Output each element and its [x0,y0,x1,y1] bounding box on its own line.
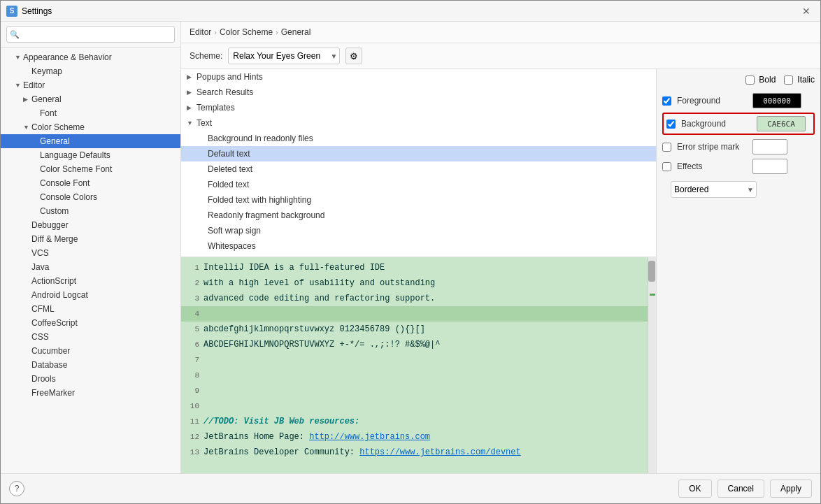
st-item-label: Deleted text [208,164,650,174]
st-item-bg-readonly[interactable]: Background in readonly files [181,131,656,146]
sidebar-item-database[interactable]: Database [1,358,180,372]
sidebar-item-appearance[interactable]: ▼ Appearance & Behavior [1,50,180,64]
st-item-label: Templates [197,103,650,113]
title-bar-left: S Settings [6,6,52,17]
scrollbar-thumb[interactable] [648,261,655,282]
search-input[interactable] [6,26,175,43]
apply-button[interactable]: Apply [770,480,812,498]
sidebar-item-label: Appearance & Behavior [23,52,175,62]
bordered-select[interactable]: Bordered Underscored Bold Underscored Wa… [671,181,757,198]
sidebar-item-console-colors[interactable]: Console Colors [1,190,180,204]
st-item-search[interactable]: ▶ Search Results [181,85,656,100]
sidebar-item-freemarker[interactable]: FreeMarker [1,386,180,400]
code-line: 9 [181,383,656,398]
sidebar-item-cs-font[interactable]: Color Scheme Font [1,162,180,176]
sidebar-item-editor[interactable]: ▼ Editor [1,78,180,92]
settings-tree: ▶ Popups and Hints ▶ Search Results ▶ Te… [181,69,656,257]
line-content: JetBrains Home Page: http://www.jetbrain… [204,432,656,442]
settings-window: S Settings ✕ 🔍 ▼ Appearance & Behavior [0,0,821,504]
sidebar-item-coffeescript[interactable]: CoffeeScript [1,316,180,330]
line-number: 12 [181,433,204,441]
sidebar-item-css[interactable]: CSS [1,330,180,344]
background-checkbox[interactable] [666,120,676,129]
st-item-folded-text[interactable]: Folded text [181,177,656,192]
search-wrapper: 🔍 [6,26,175,43]
bold-checkbox[interactable] [745,75,755,85]
st-item-soft-wrap[interactable]: Soft wrap sign [181,223,656,238]
sidebar-item-general-cs[interactable]: General [1,134,180,148]
line-number: 1 [181,264,204,272]
line-content: ABCDEFGHIJKLMNOPQRSTUVWXYZ +-*/= .,;:!? … [204,340,656,350]
help-button[interactable]: ? [9,481,24,496]
close-button[interactable]: ✕ [798,4,815,18]
st-item-label: Folded text with highlighting [208,195,650,205]
arrow-icon: ▼ [23,124,31,131]
st-item-templates[interactable]: ▶ Templates [181,100,656,115]
cancel-button[interactable]: Cancel [718,480,764,498]
bold-italic-row: Bold Italic [662,75,815,86]
st-item-readonly-fragment[interactable]: Readonly fragment background [181,208,656,223]
error-stripe-color-box[interactable] [752,139,787,154]
sidebar-item-general[interactable]: ▶ General [1,92,180,106]
sidebar-item-cucumber[interactable]: Cucumber [1,344,180,358]
arrow-icon: ▶ [187,104,197,111]
foreground-color-box[interactable]: 000000 [752,93,801,108]
foreground-checkbox[interactable] [662,96,671,106]
line-number: 3 [181,294,204,303]
scheme-bar: Scheme: Relax Your Eyes Green Default Da… [181,43,820,69]
effects-checkbox[interactable] [662,162,671,171]
line-content: //TODO: Visit JB Web resources: [204,417,656,426]
sidebar-item-label: Debugger [31,220,175,230]
line-number: 8 [181,371,204,380]
error-stripe-checkbox[interactable] [662,143,671,152]
sidebar-item-font[interactable]: Font [1,106,180,120]
sidebar-item-label: Diff & Merge [31,234,175,244]
gear-button[interactable]: ⚙ [345,48,362,64]
background-color-box[interactable]: CAE6CA [757,116,806,131]
preview-area: 1 IntelliJ IDEA is a full-featured IDE 2… [181,257,656,473]
bold-label: Bold [759,75,776,85]
arrow-icon: ▶ [187,89,197,96]
sidebar-item-debugger[interactable]: Debugger [1,218,180,232]
breadcrumb-part-2: Color Scheme [220,27,273,37]
sidebar-item-label: Editor [23,80,175,90]
breadcrumb-part-3: General [281,27,311,37]
st-item-folded-highlight[interactable]: Folded text with highlighting [181,192,656,208]
effects-color-box[interactable] [752,159,787,174]
sidebar-item-custom[interactable]: Custom [1,204,180,218]
scroll-mark [650,294,655,296]
sidebar-item-vcs[interactable]: VCS [1,246,180,260]
code-line-current: 4 [181,306,656,322]
sidebar-item-cfml[interactable]: CFML [1,302,180,316]
sidebar-item-colorscheme[interactable]: ▼ Color Scheme [1,120,180,134]
sidebar-item-keymap[interactable]: Keymap [1,64,180,78]
line-content: advanced code editing and refactoring su… [204,294,656,303]
sidebar-item-android-logcat[interactable]: Android Logcat [1,288,180,302]
st-item-popups[interactable]: ▶ Popups and Hints [181,69,656,85]
preview-scrollbar[interactable] [648,257,656,473]
scheme-select[interactable]: Relax Your Eyes Green Default Darcula Hi… [228,48,340,64]
ok-button[interactable]: OK [678,480,711,498]
st-item-label: Folded text [208,180,650,189]
sidebar-item-language-defaults[interactable]: Language Defaults [1,148,180,162]
italic-checkbox[interactable] [784,75,793,85]
sidebar-item-label: Console Colors [40,192,175,202]
code-line: 6 ABCDEFGHIJKLMNOPQRSTUVWXYZ +-*/= .,;:!… [181,337,656,352]
sidebar-item-label: VCS [31,248,175,258]
main-area: Editor › Color Scheme › General Scheme: … [181,22,820,473]
st-item-text[interactable]: ▼ Text [181,115,656,131]
background-label: Background [681,119,751,129]
sidebar-item-diff-merge[interactable]: Diff & Merge [1,232,180,246]
line-number: 13 [181,448,204,456]
st-item-deleted-text[interactable]: Deleted text [181,161,656,177]
st-item-whitespaces[interactable]: Whitespaces [181,238,656,254]
breadcrumb-part-1: Editor [190,27,211,37]
scheme-label: Scheme: [190,51,222,61]
sidebar-item-actionscript[interactable]: ActionScript [1,274,180,288]
sidebar-item-java[interactable]: Java [1,260,180,274]
sidebar-item-label: General [31,94,175,104]
sidebar-item-console-font[interactable]: Console Font [1,176,180,190]
sidebar-item-drools[interactable]: Drools [1,372,180,386]
window-title: Settings [22,6,52,16]
st-item-default-text[interactable]: Default text [181,146,656,161]
